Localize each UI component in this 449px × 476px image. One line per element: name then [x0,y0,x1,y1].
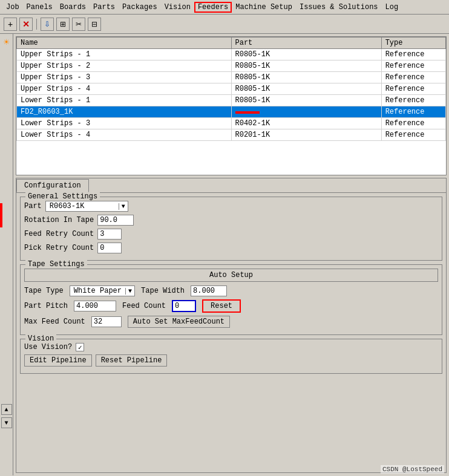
cell-part: R0805-1K [231,95,381,106]
sun-icon[interactable]: ☀ [4,36,10,48]
table-row[interactable]: Upper Strips - 1R0805-1KReference [17,49,446,60]
col-name: Name [17,37,232,49]
cell-type: Reference [381,95,445,106]
feed-retry-input[interactable] [97,229,122,240]
import-button[interactable]: ⇩ [41,18,54,31]
vision-label: Vision [25,334,56,343]
cell-name: FD2_R0603_1K [17,106,232,118]
auto-setup-button[interactable]: Auto Setup [24,269,438,282]
cell-type: Reference [381,106,445,118]
pick-retry-row: Pick Retry Count [24,243,438,253]
delete-button[interactable]: ✕ [19,18,33,31]
col-part: Part [231,37,381,49]
cell-type: Reference [381,49,445,60]
toolbar: + ✕ ⇩ ⊞ ✂ ⊟ [0,15,449,34]
red-bar-indicator [0,203,2,227]
tape-settings-label: Tape Settings [25,260,87,269]
table-row[interactable]: Upper Strips - 3R0805-1KReference [17,72,446,83]
part-row: Part R0603-1K ▼ [24,201,438,212]
add-button[interactable]: + [4,18,17,31]
tape-type-select[interactable]: White Paper ▼ [70,285,135,296]
main-container: ☀ ▲ ▼ Name Part Type Upper Strips - 1R08… [0,34,449,475]
copy-button[interactable]: ⊟ [88,18,101,31]
left-scroll-down[interactable]: ▼ [1,417,12,428]
menu-vision[interactable]: Vision [161,2,194,13]
tape-width-input[interactable] [191,285,227,296]
col-type: Type [381,37,445,49]
content-area: Name Part Type Upper Strips - 1R0805-1KR… [13,34,449,475]
cell-type: Reference [381,72,445,83]
toolbar-separator-1 [36,19,37,30]
cell-part: R0805-1K [231,83,381,95]
cell-part [231,106,381,118]
edit-pipeline-button[interactable]: Edit Pipeline [24,354,92,367]
menu-feeders[interactable]: Feeders [194,2,232,13]
cell-name: Lower Strips - 4 [17,129,232,141]
cell-name: Upper Strips - 4 [17,83,232,95]
cell-part: R0805-1K [231,49,381,60]
tape-width-label: Tape Width [141,287,185,295]
tape-type-arrow[interactable]: ▼ [125,288,134,295]
table-row[interactable]: Upper Strips - 4R0805-1KReference [17,83,446,95]
cell-part: R0201-1K [231,129,381,141]
menu-issues[interactable]: Issues & Solutions [296,2,382,13]
auto-set-maxfeed-button[interactable]: Auto Set MaxFeedCount [128,316,230,328]
menu-machine-setup[interactable]: Machine Setup [232,2,296,13]
use-vision-label: Use Vision? [24,343,72,351]
tape-type-value: White Paper [70,286,125,296]
menu-panels[interactable]: Panels [23,2,56,13]
table-row[interactable]: Lower Strips - 1R0805-1KReference [17,95,446,106]
cut-button[interactable]: ✂ [72,18,85,31]
table-row[interactable]: Lower Strips - 3R0402-1KReference [17,118,446,129]
config-area: Configuration General Settings Part R060… [16,178,447,473]
general-settings-group: General Settings Part R0603-1K ▼ Rotatio… [20,197,442,261]
paste-button[interactable]: ⊞ [56,18,70,31]
vision-group: Vision Use Vision? ✓ Edit Pipeline Reset… [20,339,442,374]
watermark: CSDN @LostSpeed [381,465,444,474]
menu-job[interactable]: Job [2,2,23,13]
max-feed-count-label: Max Feed Count [24,318,85,326]
tape-type-label: Tape Type [24,287,64,295]
menu-parts[interactable]: Parts [90,2,119,13]
menu-boards[interactable]: Boards [56,2,90,13]
cell-part: R0805-1K [231,72,381,83]
cell-name: Lower Strips - 1 [17,95,232,106]
menu-bar: Job Panels Boards Parts Packages Vision … [0,0,449,15]
rotation-input[interactable] [97,215,134,226]
table-row[interactable]: FD2_R0603_1KReference [17,106,446,118]
menu-log[interactable]: Log [382,2,402,13]
menu-packages[interactable]: Packages [119,2,161,13]
feed-count-label: Feed Count [122,302,166,310]
part-pitch-row: Part Pitch Feed Count Reset [24,299,438,313]
tape-settings-group: Tape Settings Auto Setup Tape Type White… [20,264,442,335]
cell-part: R0805-1K [231,60,381,72]
table-row[interactable]: Upper Strips - 2R0805-1KReference [17,60,446,72]
max-feed-row: Max Feed Count Auto Set MaxFeedCount [24,316,438,328]
feed-retry-row: Feed Retry Count [24,229,438,240]
config-tab-bar: Configuration [16,178,446,193]
left-scroll-up[interactable]: ▲ [1,404,12,415]
part-select-arrow[interactable]: ▼ [119,203,128,210]
tab-configuration[interactable]: Configuration [16,179,89,192]
cell-type: Reference [381,118,445,129]
part-pitch-input[interactable] [74,301,116,311]
reset-pipeline-button[interactable]: Reset Pipeline [96,354,168,367]
feed-retry-label: Feed Retry Count [24,230,94,238]
pick-retry-input[interactable] [97,243,122,253]
cell-name: Upper Strips - 2 [17,60,232,72]
use-vision-checkbox[interactable]: ✓ [76,343,84,351]
cell-part: R0402-1K [231,118,381,129]
part-label: Part [24,202,42,210]
feed-count-input[interactable] [172,300,196,312]
reset-button[interactable]: Reset [202,299,241,313]
cell-name: Lower Strips - 3 [17,118,232,129]
part-select[interactable]: R0603-1K ▼ [45,201,128,212]
cell-name: Upper Strips - 1 [17,49,232,60]
table-row[interactable]: Lower Strips - 4R0201-1KReference [17,129,446,141]
feeders-table-area: Name Part Type Upper Strips - 1R0805-1KR… [16,36,447,175]
tape-type-row: Tape Type White Paper ▼ Tape Width [24,285,438,296]
part-highlight-box [235,111,260,114]
part-pitch-label: Part Pitch [24,302,68,310]
rotation-label: Rotation In Tape [24,216,94,224]
max-feed-count-input[interactable] [91,316,122,327]
